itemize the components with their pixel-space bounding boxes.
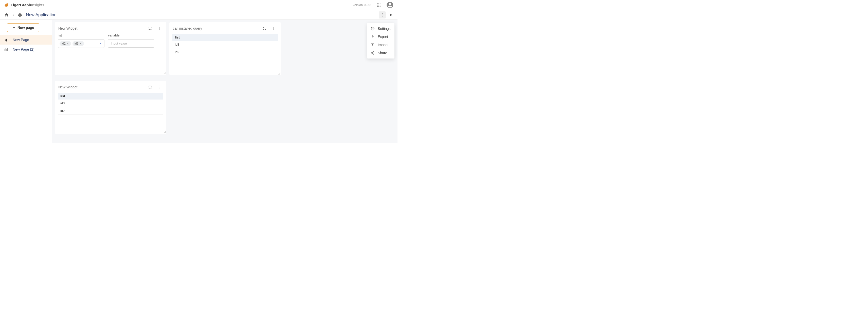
widget-title: New Widget	[58, 26, 77, 30]
svg-point-20	[373, 51, 374, 52]
list-table: list id3 id2	[173, 34, 278, 56]
svg-rect-26	[8, 48, 8, 51]
tigergraph-icon	[4, 3, 9, 8]
multiselect-tag: id2 ✕	[60, 41, 71, 46]
sidebar-item-page-1[interactable]: New Page	[0, 35, 52, 44]
menu-item-label: Export	[378, 35, 388, 39]
column-header: list	[58, 93, 163, 100]
more-menu-button[interactable]	[379, 11, 386, 19]
sidebar-item-label: New Page	[13, 38, 29, 42]
menu-item-share[interactable]: Share	[367, 49, 395, 57]
tag-label: id3	[74, 42, 79, 45]
svg-point-4	[378, 5, 379, 5]
svg-point-0	[377, 3, 378, 4]
sidebar-item-label: New Page (2)	[13, 47, 34, 51]
sidebar-item-page-2[interactable]: New Page (2)	[0, 44, 52, 54]
apps-grid-icon[interactable]	[375, 2, 382, 9]
widget-more-icon[interactable]	[270, 25, 277, 32]
svg-point-1	[378, 3, 379, 4]
menu-item-label: Import	[378, 43, 388, 47]
svg-point-8	[380, 6, 380, 7]
svg-point-15	[20, 14, 21, 15]
play-button[interactable]	[388, 11, 395, 19]
menu-item-import[interactable]: Import	[367, 41, 395, 49]
svg-point-10	[389, 3, 391, 5]
app-icon	[17, 12, 23, 18]
version-label: Version: 3.9.3	[352, 3, 371, 7]
download-icon	[371, 35, 375, 39]
svg-point-11	[19, 13, 21, 14]
brand-name: TigerGraphInsights	[11, 3, 44, 7]
svg-point-28	[159, 28, 159, 29]
tag-remove-icon[interactable]: ✕	[80, 42, 82, 45]
fullscreen-icon[interactable]	[147, 25, 154, 32]
svg-point-21	[371, 53, 372, 53]
breadcrumb-separator: /	[13, 13, 14, 17]
menu-item-label: Settings	[378, 27, 391, 31]
svg-point-19	[372, 28, 373, 29]
caret-down-icon[interactable]	[98, 41, 103, 46]
svg-point-34	[159, 87, 159, 88]
cell: id2	[58, 107, 163, 115]
sidebar: New page New Page New Page (2)	[0, 20, 52, 143]
svg-point-29	[159, 29, 159, 30]
cell: id2	[173, 48, 278, 56]
multiselect-tag: id3 ✕	[72, 41, 84, 46]
cell: id3	[173, 41, 278, 48]
svg-point-22	[373, 54, 374, 55]
menu-item-export[interactable]: Export	[367, 33, 395, 41]
svg-point-18	[382, 16, 383, 16]
menu-item-label: Share	[378, 51, 387, 55]
table-row[interactable]: id2	[173, 48, 278, 56]
widget-title: New Widget	[58, 85, 77, 89]
svg-point-32	[274, 29, 274, 30]
upload-icon	[371, 43, 375, 47]
svg-rect-25	[7, 49, 7, 51]
new-page-button[interactable]: New page	[7, 23, 39, 32]
apple-icon	[4, 37, 9, 42]
fullscreen-icon[interactable]	[261, 25, 268, 32]
svg-point-7	[378, 6, 379, 7]
widget-more-icon[interactable]	[156, 83, 163, 91]
svg-point-17	[382, 14, 383, 15]
bars-icon	[4, 46, 9, 52]
field-label-list: list	[58, 33, 104, 37]
column-header: list	[173, 34, 278, 41]
widget-more-icon[interactable]	[156, 25, 163, 32]
widget-list: New Widget list id3 id2	[55, 81, 166, 134]
resize-handle[interactable]	[163, 72, 166, 74]
widget-title: call installed query	[173, 26, 202, 30]
list-table: list id3 id2	[58, 93, 163, 115]
home-icon[interactable]	[3, 11, 10, 19]
svg-point-30	[274, 27, 274, 28]
svg-point-5	[380, 5, 380, 5]
resize-handle[interactable]	[278, 72, 280, 74]
plus-icon	[12, 26, 16, 29]
tag-remove-icon[interactable]: ✕	[67, 42, 69, 45]
menu-item-settings[interactable]: Settings	[367, 25, 395, 33]
variable-input[interactable]	[108, 39, 154, 47]
avatar[interactable]	[386, 2, 394, 9]
svg-point-3	[377, 5, 378, 5]
field-label-variable: variable	[108, 33, 154, 37]
fullscreen-icon[interactable]	[147, 83, 154, 91]
cell: id3	[58, 100, 163, 107]
svg-point-33	[159, 86, 159, 86]
svg-rect-24	[6, 48, 6, 51]
new-page-label: New page	[18, 26, 34, 30]
svg-rect-23	[5, 49, 5, 51]
table-row[interactable]: id3	[173, 41, 278, 48]
svg-point-2	[380, 3, 380, 4]
resize-handle[interactable]	[163, 131, 166, 133]
svg-point-13	[18, 14, 20, 16]
table-row[interactable]: id2	[58, 107, 163, 115]
tag-label: id2	[62, 42, 66, 45]
brand-logo[interactable]: TigerGraphInsights	[4, 3, 44, 8]
widget-form: New Widget list id2	[55, 22, 166, 75]
svg-point-16	[382, 13, 383, 14]
svg-point-12	[19, 15, 21, 17]
share-icon	[371, 51, 375, 55]
table-row[interactable]: id3	[58, 100, 163, 107]
list-multiselect[interactable]: id2 ✕ id3 ✕	[58, 39, 104, 48]
breadcrumb-bar: / New Application Settings Export	[0, 10, 398, 20]
